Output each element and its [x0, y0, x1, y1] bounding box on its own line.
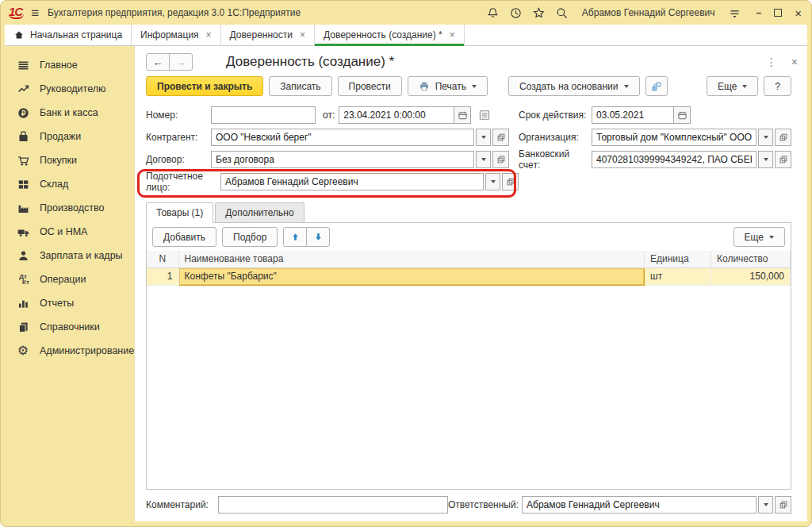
move-down-button[interactable]: [306, 227, 330, 247]
open-item-button[interactable]: [775, 151, 791, 168]
tab-close-icon[interactable]: ×: [450, 29, 455, 40]
open-item-button[interactable]: [775, 496, 791, 514]
help-button[interactable]: ?: [764, 76, 791, 96]
column-header-name[interactable]: Наименование товара: [178, 251, 645, 267]
number-input[interactable]: [211, 106, 316, 124]
dropdown-button[interactable]: [476, 151, 491, 168]
comment-input[interactable]: [218, 496, 448, 514]
dropdown-button[interactable]: [485, 173, 500, 190]
dropdown-button[interactable]: [758, 151, 773, 168]
save-button[interactable]: Записать: [269, 76, 331, 96]
truck-icon: [15, 225, 31, 239]
counterparty-input[interactable]: [211, 129, 474, 146]
tab-additional[interactable]: Дополнительно: [215, 202, 304, 222]
dropdown-button[interactable]: [758, 496, 773, 514]
dropdown-button[interactable]: [476, 129, 491, 146]
valid-until-input[interactable]: [592, 106, 674, 124]
accountable-person-input[interactable]: [220, 173, 484, 190]
post-and-close-button[interactable]: Провести и закрыть: [146, 76, 263, 96]
sidebar-item-main[interactable]: Главное: [5, 53, 134, 77]
back-arrow-button[interactable]: ←: [146, 53, 170, 71]
sidebar-item-manager[interactable]: Руководителю: [5, 77, 134, 101]
chevron-down-icon: [764, 503, 768, 506]
add-row-button[interactable]: Добавить: [152, 227, 216, 247]
maximize-icon[interactable]: [774, 9, 782, 17]
notifications-bell-icon[interactable]: [485, 5, 501, 21]
column-header-qty[interactable]: Количество: [711, 251, 791, 267]
open-item-button[interactable]: [492, 129, 509, 146]
form-close-icon[interactable]: ×: [791, 56, 798, 68]
post-button[interactable]: Провести: [338, 76, 402, 96]
main-menu-icon[interactable]: ≡: [31, 6, 39, 20]
current-user[interactable]: Абрамов Геннадий Сергеевич: [582, 7, 715, 18]
contract-input[interactable]: [211, 151, 474, 168]
tab-label: Доверенность (создание) *: [324, 29, 442, 40]
tab-goods[interactable]: Товары (1): [146, 202, 213, 223]
sidebar-item-fixed-assets[interactable]: ОС и НМА: [5, 220, 134, 244]
button-label: Печать: [435, 81, 466, 92]
sidebar-item-warehouse[interactable]: Склад: [5, 172, 134, 196]
tab-attorneys[interactable]: Доверенности ×: [221, 25, 315, 45]
button-label: ?: [775, 81, 780, 92]
table-more-button[interactable]: Еще: [733, 227, 785, 247]
close-window-icon[interactable]: ×: [795, 7, 802, 19]
sidebar-item-bank-cash[interactable]: ₽ Банк и касса: [5, 101, 134, 125]
number-label: Номер:: [146, 110, 211, 121]
app-window: 1С ≡ Бухгалтерия предприятия, редакция 3…: [0, 0, 812, 527]
tab-information[interactable]: Информация ×: [132, 25, 221, 45]
calendar-icon[interactable]: [673, 106, 691, 124]
calendar-icon[interactable]: [454, 106, 471, 124]
svg-text:₽: ₽: [21, 109, 25, 117]
history-icon[interactable]: [508, 5, 524, 21]
table-row[interactable]: 1 Конфеты "Барбарис" шт 150,000: [147, 267, 791, 285]
sidebar-item-production[interactable]: Производство: [5, 196, 134, 220]
form-fields: Номер: от: Срок действия:: [135, 102, 807, 199]
tab-home[interactable]: Начальная страница: [5, 25, 132, 45]
cell-num[interactable]: 1: [147, 267, 178, 285]
column-header-unit[interactable]: Единица: [645, 251, 711, 267]
bank-account-input[interactable]: [592, 151, 756, 168]
tab-close-icon[interactable]: ×: [300, 29, 305, 40]
sidebar-item-reports[interactable]: Отчеты: [5, 291, 134, 315]
table-empty-area[interactable]: [147, 286, 791, 490]
dropdown-button[interactable]: [758, 129, 773, 146]
sidebar-item-salary-hr[interactable]: Зарплата и кадры: [5, 244, 134, 267]
date-input[interactable]: [339, 106, 454, 124]
cell-qty[interactable]: 150,000: [711, 267, 791, 285]
search-icon[interactable]: [554, 5, 570, 21]
cell-unit[interactable]: шт: [645, 267, 711, 285]
cell-name[interactable]: Конфеты "Барбарис": [178, 267, 645, 285]
responsible-input[interactable]: [522, 496, 756, 514]
organization-input[interactable]: [592, 129, 756, 146]
cart-icon: [15, 153, 31, 167]
sidebar-item-purchases[interactable]: Покупки: [5, 148, 134, 172]
forward-arrow-button[interactable]: →: [169, 53, 193, 71]
open-item-button[interactable]: [502, 173, 519, 190]
sidebar-item-operations[interactable]: ДтКт Операции: [5, 267, 134, 291]
minimize-icon[interactable]: –: [756, 7, 762, 18]
favorites-star-icon[interactable]: [531, 5, 547, 21]
sidebar-item-administration[interactable]: ⚙ Администрирование: [5, 339, 134, 363]
open-item-button[interactable]: [775, 129, 791, 146]
chevron-down-icon: [764, 158, 768, 161]
print-button[interactable]: Печать: [408, 76, 488, 96]
form-footer: Комментарий: Ответственный:: [135, 490, 807, 521]
related-documents-button[interactable]: [645, 76, 668, 96]
column-header-num[interactable]: N: [147, 251, 178, 267]
sidebar-item-label: Склад: [40, 179, 68, 190]
window-title: Бухгалтерия предприятия, редакция 3.0 1С…: [48, 7, 301, 18]
form-menu-dots-icon[interactable]: ⋮: [766, 56, 777, 68]
chevron-down-icon: [472, 85, 477, 88]
sidebar-item-sales[interactable]: Продажи: [5, 125, 134, 148]
tab-close-icon[interactable]: ×: [206, 29, 212, 40]
sidebar-item-directories[interactable]: Справочники: [5, 315, 134, 339]
document-list-icon[interactable]: [477, 107, 492, 123]
button-label: Провести и закрыть: [157, 81, 252, 92]
move-up-button[interactable]: [283, 227, 307, 247]
pick-button[interactable]: Подбор: [222, 227, 278, 247]
tab-attorney-create[interactable]: Доверенность (создание) * ×: [315, 25, 465, 45]
create-based-on-button[interactable]: Создать на основании: [508, 76, 640, 96]
service-menu-icon[interactable]: [727, 5, 743, 21]
open-item-button[interactable]: [492, 151, 509, 168]
more-button[interactable]: Еще: [707, 76, 758, 96]
